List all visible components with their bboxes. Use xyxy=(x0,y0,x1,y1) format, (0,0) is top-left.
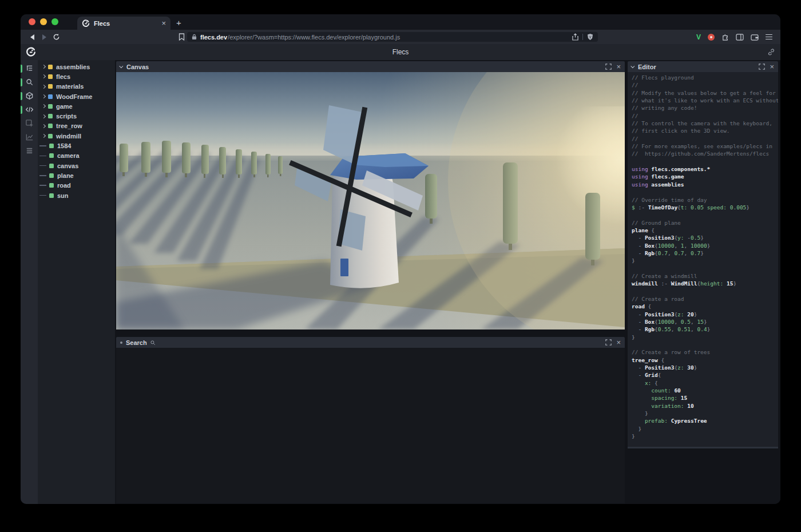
tree-item[interactable]: materials xyxy=(38,82,115,92)
extension-v-icon[interactable]: V xyxy=(696,33,701,41)
expand-arrow-icon[interactable] xyxy=(42,74,46,78)
leaf-dash-icon xyxy=(39,185,46,186)
code-line: count: 60 xyxy=(632,387,778,394)
sidebar-item-inspect[interactable] xyxy=(21,119,38,129)
brave-shield-icon[interactable] xyxy=(587,33,593,41)
expand-arrow-icon[interactable] xyxy=(42,114,46,118)
active-indicator xyxy=(21,65,22,73)
tab-bar: Flecs × + xyxy=(21,14,780,30)
new-tab-button[interactable]: + xyxy=(176,18,181,27)
flecs-favicon-icon xyxy=(82,19,90,27)
active-indicator xyxy=(21,78,22,86)
tree-item-label: canvas xyxy=(57,162,78,169)
code-line: } xyxy=(632,410,778,417)
wallet-icon[interactable] xyxy=(751,34,759,41)
expand-arrow-icon[interactable] xyxy=(42,104,46,108)
code-line: // https://github.com/SanderMertens/flec… xyxy=(632,150,778,157)
expand-arrow-icon[interactable] xyxy=(42,94,46,98)
tree-item-label: scripts xyxy=(56,113,77,120)
side-panel-icon[interactable] xyxy=(736,34,744,41)
tree-item[interactable]: flecs xyxy=(38,72,115,81)
leaf-dash-icon xyxy=(39,145,46,146)
sidebar-item-canvas[interactable] xyxy=(21,92,38,101)
collapse-chevron-icon[interactable] xyxy=(119,64,123,68)
sidebar-item-code[interactable] xyxy=(21,105,38,115)
close-panel-icon[interactable]: × xyxy=(616,339,621,346)
code-line: - Box{10000, 1, 10000} xyxy=(632,242,778,249)
sidebar-item-stats[interactable] xyxy=(21,133,38,142)
expand-arrow-icon[interactable] xyxy=(42,85,46,89)
search-panel-header: Search × xyxy=(116,337,625,348)
tab-title: Flecs xyxy=(94,20,157,27)
close-panel-icon[interactable]: × xyxy=(616,63,621,70)
entity-color-icon xyxy=(49,193,54,198)
entity-color-icon xyxy=(49,173,54,178)
code-line: // Create a road xyxy=(632,295,778,303)
browser-tab[interactable]: Flecs × xyxy=(77,17,170,30)
tree-item-label: game xyxy=(56,103,73,110)
tree-item[interactable]: assemblies xyxy=(38,62,115,72)
code-line: - Position3{z: 30} xyxy=(632,364,778,371)
forward-icon xyxy=(42,34,46,40)
zoom-window-button[interactable] xyxy=(51,18,58,25)
editor-panel-header: Editor × xyxy=(628,61,778,72)
search-results-area[interactable] xyxy=(116,348,625,503)
expand-arrow-icon[interactable] xyxy=(42,65,46,69)
editor-code[interactable]: // Flecs playground//// Modify the value… xyxy=(628,72,778,447)
expand-arrow-icon[interactable] xyxy=(42,134,46,138)
code-line: // Ground plane xyxy=(632,219,778,227)
canvas-3d-view[interactable] xyxy=(116,72,625,329)
tree-item[interactable]: scripts xyxy=(38,111,115,121)
code-line xyxy=(632,211,778,219)
minimize-window-button[interactable] xyxy=(40,18,47,25)
code-line: variation: 10 xyxy=(632,402,778,410)
editor-resize-handle[interactable] xyxy=(628,447,778,448)
code-line: $ :- TimeOfDay{t: 0.05 speed: 0.005} xyxy=(632,204,778,211)
tree-item[interactable]: 1584 xyxy=(38,141,115,150)
bookmark-icon xyxy=(179,33,185,41)
fullscreen-icon[interactable] xyxy=(605,339,612,346)
fullscreen-icon[interactable] xyxy=(605,63,612,70)
entity-color-icon xyxy=(48,94,53,99)
forward-button[interactable] xyxy=(38,34,50,40)
leaf-dash-icon xyxy=(39,175,46,176)
code-line xyxy=(632,341,778,348)
collapse-chevron-icon[interactable] xyxy=(631,64,635,68)
tree-item[interactable]: plane xyxy=(38,170,115,180)
entity-color-icon xyxy=(48,134,53,138)
editor-panel: Editor × // Flecs playground//// Modify … xyxy=(628,61,778,448)
close-window-button[interactable] xyxy=(29,18,35,25)
entity-color-icon xyxy=(49,183,54,188)
sidebar-item-search[interactable] xyxy=(21,78,38,88)
panel-dot-icon[interactable] xyxy=(120,342,122,344)
menu-icon[interactable] xyxy=(766,34,772,40)
code-line: // Modify the values below to get a feel… xyxy=(632,89,778,97)
tree-item[interactable]: road xyxy=(38,181,115,190)
tree-item-label: tree_row xyxy=(56,122,82,129)
reload-button[interactable] xyxy=(50,33,62,41)
tree-item[interactable]: windmill xyxy=(38,131,115,141)
tree-item[interactable]: tree_row xyxy=(38,121,115,131)
active-indicator xyxy=(21,106,22,114)
back-button[interactable] xyxy=(26,34,38,40)
code-line: // first click on the 3D view. xyxy=(632,127,778,134)
share-icon[interactable] xyxy=(572,33,578,41)
extensions-puzzle-icon[interactable] xyxy=(721,33,729,41)
tree-item[interactable]: game xyxy=(38,101,115,111)
tree-item[interactable]: sun xyxy=(38,190,115,200)
tree-item[interactable]: camera xyxy=(38,151,115,161)
sidebar-item-entity-tree[interactable] xyxy=(21,64,38,74)
url-bar[interactable]: flecs.dev /explorer/?wasm=https://www.fl… xyxy=(187,32,598,42)
fullscreen-icon[interactable] xyxy=(759,63,765,70)
code-line: spacing: 15 xyxy=(632,394,778,402)
share-link-icon[interactable] xyxy=(767,48,775,56)
tree-item[interactable]: canvas xyxy=(38,161,115,170)
tab-close-icon[interactable]: × xyxy=(161,19,166,27)
sidebar-item-commands[interactable] xyxy=(21,146,38,156)
bookmark-button[interactable] xyxy=(176,33,187,41)
code-line: // To control the camera with the keyboa… xyxy=(632,120,778,127)
tree-item[interactable]: WoodFrame xyxy=(38,92,115,101)
close-panel-icon[interactable]: × xyxy=(770,63,774,70)
extension-red-icon[interactable] xyxy=(708,34,715,41)
expand-arrow-icon[interactable] xyxy=(42,124,46,128)
